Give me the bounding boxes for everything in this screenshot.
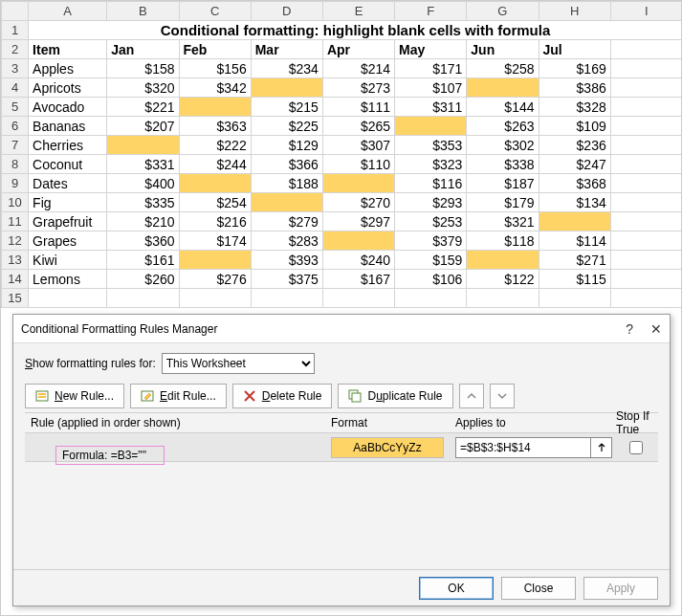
item-cell[interactable]: Coconut	[29, 155, 107, 174]
item-cell[interactable]: Apples	[29, 59, 107, 78]
header-month[interactable]: May	[395, 40, 467, 59]
data-cell[interactable]: $158	[107, 59, 179, 78]
cell[interactable]	[610, 59, 682, 78]
data-cell[interactable]: $115	[539, 270, 610, 289]
edit-rule-button[interactable]: Edit Rule...	[130, 384, 227, 408]
data-cell[interactable]: $379	[395, 231, 467, 251]
data-cell[interactable]	[539, 212, 610, 231]
help-icon[interactable]: ?	[626, 321, 633, 337]
data-cell[interactable]: $214	[322, 59, 394, 78]
row-header[interactable]: 2	[2, 40, 29, 59]
scope-select[interactable]: This Worksheet	[162, 353, 315, 374]
row-header[interactable]: 1	[2, 21, 29, 40]
data-cell[interactable]: $311	[395, 98, 467, 117]
cell[interactable]	[179, 289, 251, 308]
row-header[interactable]: 14	[2, 270, 29, 289]
data-cell[interactable]: $169	[539, 59, 610, 78]
data-cell[interactable]: $116	[395, 174, 467, 193]
apply-button[interactable]: Apply	[583, 577, 658, 600]
data-cell[interactable]: $222	[179, 136, 251, 155]
data-cell[interactable]: $254	[179, 193, 251, 212]
row-header[interactable]: 10	[2, 193, 29, 212]
cell[interactable]	[539, 289, 610, 308]
data-cell[interactable]: $187	[467, 174, 539, 193]
col-header[interactable]: I	[610, 2, 682, 21]
data-cell[interactable]: $114	[539, 231, 610, 251]
close-button[interactable]: Close	[501, 577, 576, 600]
data-cell[interactable]: $109	[539, 117, 610, 136]
data-cell[interactable]: $134	[539, 193, 610, 212]
delete-rule-button[interactable]: Delete Rule	[232, 384, 333, 408]
data-cell[interactable]	[107, 136, 179, 155]
data-cell[interactable]: $167	[322, 270, 394, 289]
data-cell[interactable]: $234	[251, 59, 322, 78]
data-cell[interactable]: $366	[251, 155, 322, 174]
data-cell[interactable]: $247	[539, 155, 610, 174]
dialog-titlebar[interactable]: Conditional Formatting Rules Manager ? ✕	[13, 315, 670, 343]
header-item[interactable]: Item	[29, 40, 107, 59]
row-header[interactable]: 3	[2, 59, 29, 78]
data-cell[interactable]: $107	[395, 78, 467, 98]
data-cell[interactable]	[251, 193, 322, 212]
cell[interactable]	[610, 78, 682, 98]
cell[interactable]	[107, 289, 179, 308]
data-cell[interactable]: $106	[395, 270, 467, 289]
data-cell[interactable]: $179	[467, 193, 539, 212]
data-cell[interactable]: $283	[251, 231, 322, 251]
data-cell[interactable]: $375	[251, 270, 322, 289]
col-header[interactable]: F	[395, 2, 467, 21]
data-cell[interactable]: $386	[539, 78, 610, 98]
duplicate-rule-button[interactable]: Duplicate Rule	[338, 384, 452, 408]
data-cell[interactable]: $188	[251, 174, 322, 193]
grid-table[interactable]: A B C D E F G H I 1 Conditional formatti…	[1, 1, 682, 308]
item-cell[interactable]: Kiwi	[29, 251, 107, 270]
cell[interactable]	[395, 289, 467, 308]
data-cell[interactable]	[251, 78, 322, 98]
col-header[interactable]: E	[322, 2, 394, 21]
stop-if-true-checkbox[interactable]	[629, 441, 643, 454]
move-down-button[interactable]	[490, 384, 515, 408]
data-cell[interactable]: $215	[251, 98, 322, 117]
row-header[interactable]: 13	[2, 251, 29, 270]
cell[interactable]	[467, 289, 539, 308]
data-cell[interactable]: $244	[179, 155, 251, 174]
data-cell[interactable]: $225	[251, 117, 322, 136]
data-cell[interactable]: $216	[179, 212, 251, 231]
data-cell[interactable]: $110	[322, 155, 394, 174]
data-cell[interactable]: $293	[395, 193, 467, 212]
data-cell[interactable]: $161	[107, 251, 179, 270]
data-cell[interactable]	[179, 251, 251, 270]
data-cell[interactable]: $129	[251, 136, 322, 155]
data-cell[interactable]: $253	[395, 212, 467, 231]
row-header[interactable]: 6	[2, 117, 29, 136]
col-header[interactable]: B	[107, 2, 179, 21]
data-cell[interactable]	[467, 251, 539, 270]
cell[interactable]	[610, 231, 682, 251]
sheet-title[interactable]: Conditional formatting: highlight blank …	[29, 21, 682, 40]
item-cell[interactable]: Dates	[29, 174, 107, 193]
data-cell[interactable]	[322, 231, 394, 251]
data-cell[interactable]: $363	[179, 117, 251, 136]
data-cell[interactable]: $171	[395, 59, 467, 78]
data-cell[interactable]: $338	[467, 155, 539, 174]
data-cell[interactable]: $265	[322, 117, 394, 136]
move-up-button[interactable]	[459, 384, 484, 408]
ok-button[interactable]: OK	[419, 577, 494, 600]
row-header[interactable]: 12	[2, 231, 29, 251]
data-cell[interactable]: $159	[395, 251, 467, 270]
cell[interactable]	[610, 251, 682, 270]
data-cell[interactable]: $156	[179, 59, 251, 78]
data-cell[interactable]: $400	[107, 174, 179, 193]
item-cell[interactable]: Fig	[29, 193, 107, 212]
column-header-row[interactable]: A B C D E F G H I	[2, 2, 683, 21]
item-cell[interactable]: Lemons	[29, 270, 107, 289]
data-cell[interactable]: $328	[539, 98, 610, 117]
data-cell[interactable]: $210	[107, 212, 179, 231]
data-cell[interactable]	[179, 98, 251, 117]
cell[interactable]	[610, 270, 682, 289]
header-month[interactable]: Jul	[539, 40, 610, 59]
data-cell[interactable]: $174	[179, 231, 251, 251]
data-cell[interactable]: $260	[107, 270, 179, 289]
data-cell[interactable]: $368	[539, 174, 610, 193]
data-cell[interactable]: $122	[467, 270, 539, 289]
